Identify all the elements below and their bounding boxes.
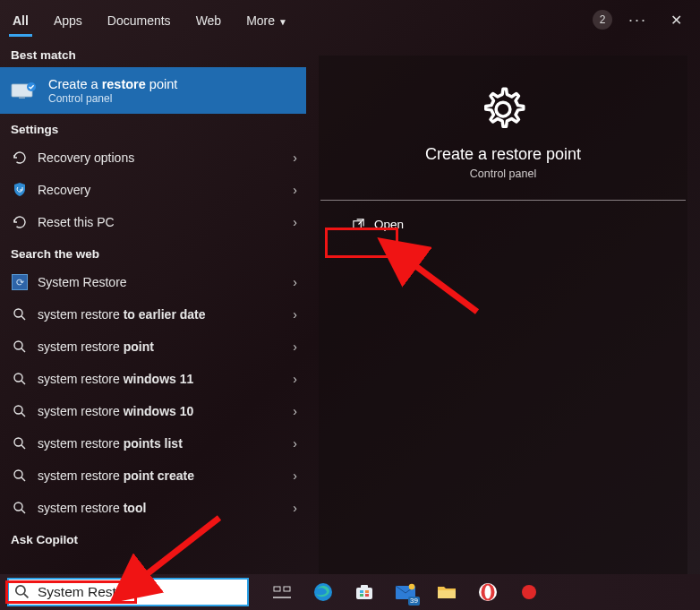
web-sr-w11-bold: windows 11: [124, 372, 194, 386]
chevron-right-icon: ›: [293, 150, 297, 165]
web-sr-points-list[interactable]: system restore points list ›: [0, 427, 306, 460]
svg-rect-26: [361, 585, 368, 589]
preview-panel: Create a restore point Control panel Ope…: [319, 56, 687, 574]
recovery-options-icon: [11, 149, 29, 167]
chevron-right-icon: ›: [293, 372, 297, 386]
web-sr-tool[interactable]: system restore tool ›: [0, 492, 306, 524]
best-match-item[interactable]: Create a restore point Control panel: [0, 67, 306, 114]
search-icon: [11, 305, 29, 323]
store-icon[interactable]: [353, 580, 376, 604]
settings-reset-pc-label: Reset this PC: [38, 215, 115, 229]
settings-recovery[interactable]: Recovery ›: [0, 174, 306, 206]
svg-point-36: [485, 586, 491, 599]
svg-point-13: [14, 470, 22, 478]
svg-point-17: [496, 102, 510, 116]
web-sr-tool-pre: system restore: [38, 501, 124, 515]
chevron-right-icon: ›: [293, 275, 297, 289]
web-sr-plist-pre: system restore: [38, 436, 124, 451]
results-panel: Best match Create a restore point Contro…: [0, 39, 306, 574]
file-explorer-icon[interactable]: [435, 580, 458, 604]
svg-rect-27: [360, 590, 363, 593]
record-icon[interactable]: [517, 580, 541, 604]
svg-rect-25: [356, 588, 372, 599]
open-button-label: Open: [374, 218, 404, 231]
web-system-restore-app[interactable]: ⟳ System Restore ›: [0, 266, 306, 298]
tab-all[interactable]: All: [0, 3, 41, 37]
web-sr-earlier-date[interactable]: system restore to earlier date ›: [0, 298, 306, 331]
mail-icon[interactable]: 39: [394, 580, 417, 604]
close-icon[interactable]: ✕: [662, 6, 691, 34]
chevron-right-icon: ›: [293, 501, 297, 515]
mail-badge: 39: [408, 597, 420, 606]
web-sr-plist-bold: points list: [124, 436, 183, 451]
best-title-bold: restore: [102, 77, 146, 91]
web-sr-windows-11[interactable]: system restore windows 11 ›: [0, 363, 306, 395]
chevron-right-icon: ›: [293, 404, 297, 418]
chevron-right-icon: ›: [293, 436, 297, 451]
svg-rect-1: [19, 98, 25, 99]
search-icon: [11, 338, 29, 356]
preview-title: Create a restore point: [425, 145, 581, 164]
chevron-right-icon: ›: [293, 183, 297, 197]
reset-pc-icon: [11, 213, 29, 231]
system-restore-app-icon: ⟳: [11, 273, 29, 291]
web-sr-w10-pre: system restore: [38, 404, 124, 418]
svg-rect-22: [284, 587, 290, 591]
svg-line-16: [21, 510, 25, 513]
search-icon: [11, 370, 29, 388]
svg-point-19: [16, 586, 25, 595]
svg-point-7: [14, 374, 22, 382]
recovery-shield-icon: [11, 181, 29, 199]
svg-line-6: [21, 348, 25, 352]
preview-subtitle: Control panel: [470, 168, 536, 180]
settings-recovery-options[interactable]: Recovery options ›: [0, 142, 306, 174]
web-system-restore-label: System Restore: [38, 275, 127, 289]
web-sr-point[interactable]: system restore point ›: [0, 331, 306, 363]
svg-point-11: [14, 438, 22, 446]
taskbar-search[interactable]: [7, 578, 249, 606]
tab-documents[interactable]: Documents: [95, 3, 184, 37]
web-sr-point-pre: system restore: [38, 339, 124, 354]
svg-line-20: [24, 594, 29, 598]
web-sr-earlier-pre: system restore: [38, 307, 124, 322]
web-sr-point-create[interactable]: system restore point create ›: [0, 460, 306, 492]
web-sr-point-bold: point: [124, 339, 154, 354]
svg-line-10: [21, 413, 25, 417]
web-sr-w11-pre: system restore: [38, 372, 124, 386]
search-icon: [14, 584, 30, 600]
web-sr-pcreate-bold: point create: [124, 468, 194, 483]
section-best-match: Best match: [0, 39, 306, 67]
chevron-right-icon: ›: [293, 307, 297, 322]
web-sr-earlier-bold: to earlier date: [124, 307, 206, 322]
search-icon: [11, 402, 29, 420]
tab-more-label: More: [246, 13, 275, 28]
tab-web[interactable]: Web: [184, 3, 235, 37]
svg-line-12: [21, 445, 25, 449]
svg-rect-18: [353, 220, 360, 228]
svg-point-32: [409, 584, 415, 590]
tab-apps[interactable]: Apps: [41, 3, 95, 37]
svg-line-8: [21, 381, 25, 384]
svg-rect-29: [360, 594, 363, 597]
search-input[interactable]: [38, 584, 242, 600]
settings-recovery-label: Recovery: [38, 183, 90, 197]
chevron-right-icon: ›: [293, 339, 297, 354]
section-search-web: Search the web: [0, 238, 306, 266]
rewards-badge[interactable]: 2: [593, 10, 612, 30]
svg-line-14: [21, 477, 25, 481]
best-title-pre: Create a: [48, 77, 102, 91]
monitor-checkmark-icon: [11, 81, 38, 100]
task-view-icon[interactable]: [270, 580, 294, 604]
settings-reset-pc[interactable]: Reset this PC ›: [0, 206, 306, 238]
opera-icon[interactable]: [476, 580, 499, 604]
svg-point-2: [27, 82, 36, 91]
web-sr-windows-10[interactable]: system restore windows 10 ›: [0, 395, 306, 427]
svg-point-9: [14, 406, 22, 414]
tab-more[interactable]: More▼: [234, 3, 300, 37]
svg-point-15: [14, 503, 22, 511]
best-subtitle: Control panel: [48, 92, 177, 105]
more-options-icon[interactable]: ···: [625, 8, 651, 31]
open-button[interactable]: Open: [338, 211, 416, 236]
edge-icon[interactable]: [312, 580, 335, 604]
web-sr-pcreate-pre: system restore: [38, 468, 124, 483]
